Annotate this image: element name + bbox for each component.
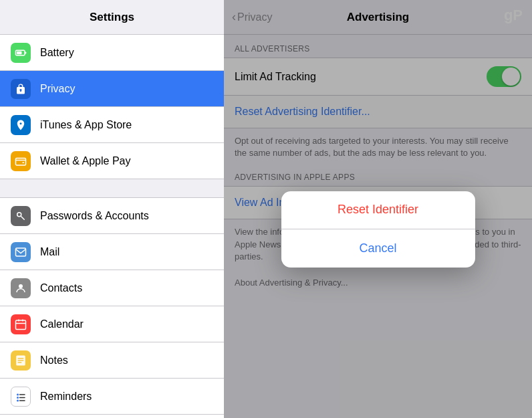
notes-icon (11, 350, 31, 371)
sidebar-item-reminders[interactable]: Reminders (0, 379, 224, 415)
sidebar-item-passwords[interactable]: Passwords & Accounts (0, 198, 224, 234)
wallet-icon (11, 151, 31, 171)
battery-label: Battery (40, 47, 74, 59)
sidebar-item-wallet[interactable]: Wallet & Apple Pay (0, 143, 224, 179)
svg-point-14 (17, 399, 19, 401)
battery-icon (11, 43, 31, 63)
itunes-label: iTunes & App Store (40, 119, 132, 131)
calendar-label: Calendar (40, 318, 84, 330)
svg-point-12 (17, 393, 19, 395)
contacts-icon (11, 278, 31, 298)
mail-icon (11, 242, 31, 262)
sidebar-header: Settings (0, 0, 224, 35)
svg-rect-5 (16, 158, 26, 165)
notes-label: Notes (40, 354, 68, 367)
sidebar-items: Battery Privacy iTunes & App Store (0, 35, 224, 418)
sidebar-item-calendar[interactable]: Calendar (0, 306, 224, 342)
svg-rect-8 (16, 248, 26, 256)
sidebar-item-notes[interactable]: Notes (0, 342, 224, 379)
privacy-label: Privacy (40, 83, 75, 95)
passwords-icon (11, 206, 31, 226)
sidebar-item-contacts[interactable]: Contacts (0, 270, 224, 306)
svg-rect-6 (22, 162, 24, 163)
cancel-button[interactable]: Cancel (281, 229, 475, 268)
svg-point-13 (17, 397, 19, 399)
sidebar-item-itunes[interactable]: iTunes & App Store (0, 107, 224, 143)
app-container: Settings Battery Privacy (0, 0, 532, 418)
reminders-label: Reminders (40, 391, 92, 403)
sidebar-divider-1 (0, 179, 224, 198)
calendar-icon (11, 314, 31, 334)
svg-rect-10 (16, 320, 26, 330)
sidebar-item-privacy[interactable]: Privacy (0, 71, 224, 107)
reset-identifier-label: Reset Identifier (338, 203, 418, 217)
mail-label: Mail (40, 246, 59, 258)
right-panel: ‹ Privacy Advertising gP ALL ADVERTISERS… (224, 0, 532, 418)
sidebar: Settings Battery Privacy (0, 0, 224, 418)
contacts-label: Contacts (40, 282, 82, 294)
svg-rect-4 (20, 90, 21, 92)
svg-point-9 (19, 284, 23, 288)
sidebar-item-mail[interactable]: Mail (0, 234, 224, 270)
svg-rect-2 (17, 51, 22, 54)
wallet-label: Wallet & Apple Pay (40, 155, 130, 167)
dialog-overlay: Reset Identifier Cancel (224, 0, 532, 418)
reset-dialog: Reset Identifier Cancel (281, 191, 475, 268)
passwords-label: Passwords & Accounts (40, 210, 149, 222)
sidebar-item-battery[interactable]: Battery (0, 35, 224, 71)
reset-identifier-button[interactable]: Reset Identifier (281, 191, 475, 229)
svg-rect-1 (25, 51, 26, 54)
svg-point-7 (17, 212, 21, 216)
cancel-label: Cancel (359, 241, 396, 255)
itunes-icon (11, 115, 31, 135)
reminders-icon (11, 387, 31, 407)
privacy-icon (11, 79, 31, 99)
sidebar-title: Settings (90, 11, 134, 24)
sidebar-item-voice-memos[interactable]: Voice Memos (0, 415, 224, 418)
